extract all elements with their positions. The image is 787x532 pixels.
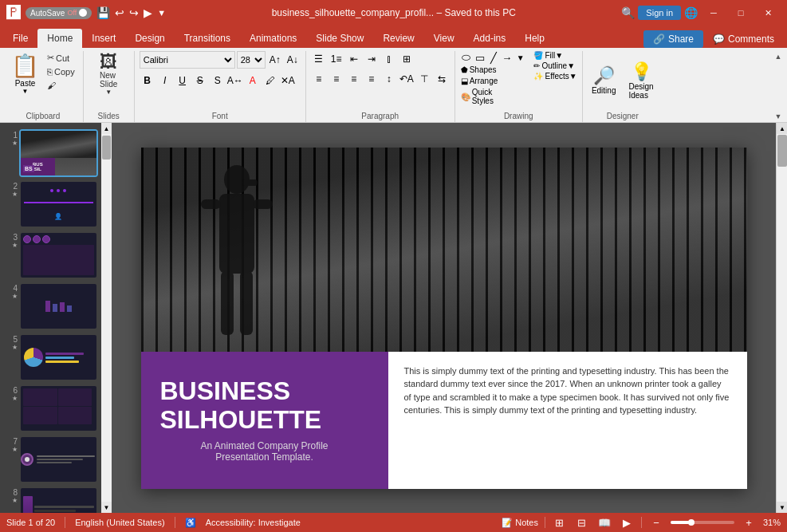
zoom-in-button[interactable]: + <box>741 514 757 530</box>
ribbon-scroll-down[interactable]: ▼ <box>773 111 784 122</box>
justify-button[interactable]: ≡ <box>364 71 380 87</box>
close-button[interactable]: ✕ <box>755 0 781 26</box>
align-right-button[interactable]: ≡ <box>346 71 362 87</box>
slide-scroll-down[interactable]: ▼ <box>101 502 112 513</box>
present-icon[interactable]: ▶ <box>144 6 152 19</box>
right-scrollbar[interactable]: ▲ ▼ <box>776 123 787 513</box>
slide-scroll-up[interactable]: ▲ <box>101 123 112 134</box>
align-center-button[interactable]: ≡ <box>329 71 344 87</box>
strikethrough-button[interactable]: S <box>192 73 208 89</box>
line-spacing-button[interactable]: ↕ <box>381 71 397 87</box>
autosave-toggle[interactable]: AutoSave Off <box>26 7 92 19</box>
quick-styles-button[interactable]: 🎨 Quick Styles <box>460 87 516 106</box>
tab-animations[interactable]: Animations <box>240 29 306 48</box>
ribbon-scroll-up[interactable]: ▲ <box>773 51 784 62</box>
shape-arrow[interactable]: → <box>501 51 514 64</box>
slide-thumb-3[interactable]: 3 ★ <box>3 231 98 279</box>
shape-more[interactable]: ▼ <box>514 51 527 64</box>
undo-icon[interactable]: ↩ <box>115 6 124 19</box>
copy-button[interactable]: ⎘ Copy <box>44 65 78 78</box>
tab-add-ins[interactable]: Add-ins <box>464 29 516 48</box>
decrease-indent-button[interactable]: ⇤ <box>346 51 362 67</box>
shape-effects-button[interactable]: ✨ Effects▼ <box>533 72 577 81</box>
slideshow-button[interactable]: ▶ <box>619 514 635 530</box>
convert-smartart-button[interactable]: ⇆ <box>434 71 450 87</box>
highlight-button[interactable]: 🖊 <box>262 73 278 89</box>
slide-scroll-thumb[interactable] <box>102 136 111 160</box>
slide-thumb-8[interactable]: 8 ★ <box>3 487 98 513</box>
shape-outline-button[interactable]: ✏ Outline▼ <box>533 61 577 70</box>
shape-line[interactable]: ╱ <box>487 51 500 64</box>
tab-help[interactable]: Help <box>515 29 554 48</box>
align-left-button[interactable]: ≡ <box>311 71 327 87</box>
tab-home[interactable]: Home <box>37 29 82 48</box>
smartart-button[interactable]: ⊞ <box>399 51 415 67</box>
tab-file[interactable]: File <box>3 29 37 48</box>
shape-fill-button[interactable]: 🪣 Fill▼ <box>533 51 577 60</box>
design-ideas-button[interactable]: 💡 DesignIdeas <box>625 58 656 103</box>
redo-icon[interactable]: ↪ <box>129 6 139 19</box>
tab-transitions[interactable]: Transitions <box>175 29 240 48</box>
slide-panel-scrollbar[interactable]: ▲ ▼ <box>101 123 112 513</box>
zoom-out-button[interactable]: − <box>648 514 664 530</box>
maximize-button[interactable]: □ <box>728 0 754 26</box>
paste-button[interactable]: 📋 Paste ▼ <box>8 51 42 97</box>
tab-insert[interactable]: Insert <box>82 29 125 48</box>
font-name-select[interactable]: Calibri <box>140 51 235 69</box>
reading-view-button[interactable]: 📖 <box>596 514 612 530</box>
columns-button[interactable]: ⫿ <box>381 51 397 67</box>
right-scroll-up[interactable]: ▲ <box>777 123 787 134</box>
char-spacing-button[interactable]: A↔ <box>227 73 243 89</box>
italic-button[interactable]: I <box>157 73 173 89</box>
decrease-font-button[interactable]: A↓ <box>285 52 301 68</box>
slide-panel[interactable]: 1 ★ BUSSIL 2 ★ <box>0 123 101 513</box>
tab-slide-show[interactable]: Slide Show <box>306 29 373 48</box>
notes-button[interactable]: 📝 Notes <box>502 518 538 528</box>
bold-button[interactable]: B <box>140 73 155 89</box>
slide-thumb-6[interactable]: 6 ★ <box>3 384 98 432</box>
zoom-slider[interactable] <box>671 521 734 524</box>
svg-rect-4 <box>253 199 273 209</box>
slide-thumb-1[interactable]: 1 ★ BUSSIL <box>3 129 98 177</box>
shadow-button[interactable]: S <box>210 73 226 89</box>
bullets-button[interactable]: ☰ <box>311 51 327 67</box>
right-scroll-down[interactable]: ▼ <box>777 502 787 513</box>
right-scroll-thumb[interactable] <box>777 135 787 167</box>
zoom-handle[interactable] <box>688 519 695 526</box>
numbering-button[interactable]: 1≡ <box>329 51 344 67</box>
increase-font-button[interactable]: A↑ <box>267 52 283 68</box>
text-direction-button[interactable]: ↶A <box>399 71 415 87</box>
customize-icon[interactable]: ▼ <box>157 8 166 18</box>
clear-format-button[interactable]: ✕A <box>280 73 296 89</box>
underline-button[interactable]: U <box>175 73 191 89</box>
slide-thumb-7[interactable]: 7 ★ <box>3 435 98 483</box>
save-icon[interactable]: 💾 <box>96 6 110 19</box>
new-slide-button[interactable]: 🖼 NewSlide ▼ <box>94 51 123 98</box>
minimize-button[interactable]: ─ <box>701 0 726 26</box>
arrange-button[interactable]: ⬓ Arrange <box>460 76 508 86</box>
shape-rect[interactable]: ▭ <box>474 51 486 64</box>
font-color-button[interactable]: A <box>245 73 261 89</box>
cut-button[interactable]: ✂ Cut <box>44 51 78 65</box>
normal-view-button[interactable]: ⊞ <box>552 514 568 530</box>
increase-indent-button[interactable]: ⇥ <box>364 51 380 67</box>
slide-thumb-2[interactable]: 2 ★ 👤 <box>3 180 98 228</box>
search-icon[interactable]: 🔍 <box>621 6 635 19</box>
slide-thumb-5[interactable]: 5 ★ <box>3 333 98 381</box>
align-text-button[interactable]: ⊤ <box>416 71 432 87</box>
editing-button[interactable]: 🔎 Editing <box>588 62 620 98</box>
globe-icon[interactable]: 🌐 <box>684 6 698 19</box>
slide-thumb-4[interactable]: 4 ★ <box>3 282 98 330</box>
font-size-select[interactable]: 28 <box>237 51 266 69</box>
tab-review[interactable]: Review <box>373 29 423 48</box>
comments-button[interactable]: 💬 Comments <box>703 30 784 48</box>
sign-in-button[interactable]: Sign in <box>638 6 681 20</box>
format-painter-button[interactable]: 🖌 <box>44 79 78 92</box>
tab-view[interactable]: View <box>424 29 464 48</box>
slide-canvas[interactable]: BUSINESS SILHOUETTE An Animated Company … <box>141 148 747 489</box>
tab-design[interactable]: Design <box>125 29 174 48</box>
shapes-button[interactable]: ⬟ Shapes <box>460 65 500 75</box>
shape-oval[interactable]: ⬭ <box>460 51 473 64</box>
slide-sorter-button[interactable]: ⊟ <box>574 514 590 530</box>
share-button[interactable]: 🔗 Share <box>643 30 703 48</box>
